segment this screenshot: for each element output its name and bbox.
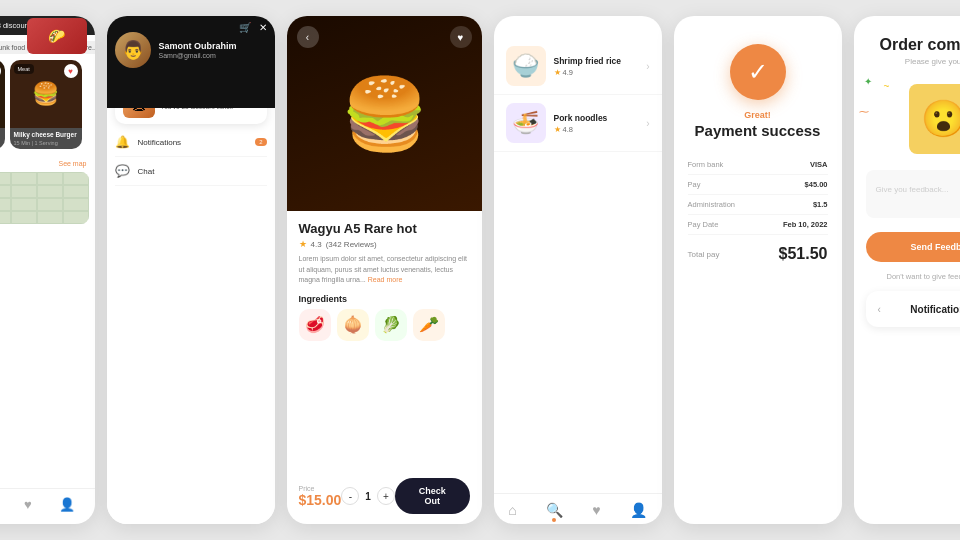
date-label: Pay Date: [688, 220, 719, 229]
payment-title: Payment success: [695, 122, 821, 139]
map-preview[interactable]: [0, 172, 89, 224]
nav-user-icon[interactable]: 👤: [59, 497, 75, 518]
feedback-placeholder: Give you feedback...: [876, 185, 949, 194]
star-icon: ★: [299, 239, 307, 249]
food-info: Wagyu A5 Rare hot ★ 4.3 (342 Reviews) Lo…: [287, 211, 482, 470]
banner-image: 🌮: [27, 18, 87, 54]
cart-icon[interactable]: 🛒: [239, 22, 251, 33]
price-value: $15.00: [299, 492, 342, 508]
user-name: Samont Oubrahim: [159, 41, 237, 51]
back-button[interactable]: ‹: [297, 26, 319, 48]
payment-details: Form bank VISA Pay $45.00 Administration…: [674, 155, 842, 235]
profile-banner: ✕ 🛒 👨 Samont Oubrahim Samn@gmail.com: [107, 16, 275, 108]
profile-panel: ✕ 🛒 👨 Samont Oubrahim Samn@gmail.com 🎟 Y…: [107, 16, 275, 524]
kebab-image: 🌯: [0, 60, 5, 128]
confetti-3: ⁓: [859, 106, 869, 117]
discount-banner: You've 23 discount ticket! 🌮: [0, 16, 95, 35]
pork-rating: 4.8: [563, 125, 573, 134]
nav-heart-icon[interactable]: ♥: [24, 497, 32, 518]
food-card-burger[interactable]: 🍔 Meat ♥ Milky cheese Burger 15 Min | 1 …: [10, 60, 82, 149]
bank-label: Form bank: [688, 160, 724, 169]
ingredients-title: Ingredients: [299, 294, 470, 304]
notif-back-icon[interactable]: ‹: [878, 304, 881, 315]
read-more-link[interactable]: Read more: [368, 276, 403, 283]
ingredient-meat: 🥩: [299, 309, 331, 341]
bell-icon: 🔔: [115, 135, 130, 149]
user-email: Samn@gmail.com: [159, 52, 237, 59]
pay-label: Pay: [688, 180, 701, 189]
price-label: Price: [299, 485, 342, 492]
admin-label: Administration: [688, 200, 736, 209]
nav2-search-icon[interactable]: 🔍: [546, 502, 563, 518]
checkout-button[interactable]: Check Out: [395, 478, 470, 514]
nav2-heart-icon[interactable]: ♥: [592, 502, 600, 518]
payment-top: ✓ Great! Payment success: [674, 16, 842, 155]
qty-decrease-button[interactable]: -: [341, 487, 359, 505]
kebab-info: Arabian beef Kebab 30 Min | 1 Serving: [0, 128, 5, 149]
pork-chevron-icon: ›: [646, 118, 649, 129]
qty-value: 1: [365, 491, 371, 502]
nav2-home-icon[interactable]: ⌂: [508, 502, 516, 518]
success-check-icon: ✓: [730, 44, 786, 100]
burger-tag: Meat: [14, 64, 34, 74]
price-row: Price $15.00 - 1 + Check Out: [287, 470, 482, 524]
order-person-area: ✦ ~ ⁓ 😮 ✦ ~ ⌇: [854, 76, 961, 162]
food-home-panel: You've 23 discount ticket! 🌮 Reccomend J…: [0, 16, 95, 524]
kebab-meta: 30 Min | 1 Serving: [0, 140, 1, 146]
ingredients-list: 🥩 🧅 🥬 🥕: [299, 309, 470, 341]
notifications-label: Notifications: [138, 138, 182, 147]
shrimp-name: Shrimp fried rice: [554, 56, 639, 66]
kebab-name: Arabian beef Kebab: [0, 131, 1, 139]
order-complete-panel: Order completed Please give your rate! ✦…: [854, 16, 961, 524]
menu-item-chat[interactable]: 💬 Chat: [115, 157, 267, 186]
date-row: Pay Date Feb 10, 2022: [688, 215, 828, 235]
notification-bar: ‹ Notification •••: [866, 291, 961, 327]
see-map-link[interactable]: See map: [58, 160, 86, 167]
list-item-shrimp[interactable]: 🍚 Shrimp fried rice ★ 4.9 ›: [494, 38, 662, 95]
bank-value: VISA: [810, 160, 828, 169]
nav2-user-icon[interactable]: 👤: [630, 502, 647, 518]
great-text: Great!: [744, 110, 771, 120]
qty-increase-button[interactable]: +: [377, 487, 395, 505]
admin-value: $1.5: [813, 200, 828, 209]
close-button[interactable]: ✕: [259, 22, 267, 33]
shrimp-star-icon: ★: [554, 68, 561, 77]
notification-badge: 2: [255, 138, 266, 146]
confetti-2: ~: [884, 81, 890, 92]
list-item-pork[interactable]: 🍜 Pork noodles ★ 4.8 ›: [494, 95, 662, 152]
bottom-navigation-2: ⌂ 🔍 ♥ 👤: [494, 493, 662, 524]
burger-favorite-button[interactable]: ♥: [64, 64, 78, 78]
chat-label: Chat: [138, 167, 155, 176]
total-row: Total pay $51.50: [674, 235, 842, 269]
menu-item-notifications[interactable]: 🔔 Notifications 2: [115, 128, 267, 157]
admin-row: Administration $1.5: [688, 195, 828, 215]
confetti-1: ✦: [864, 76, 872, 87]
favorite-button[interactable]: ♥: [450, 26, 472, 48]
notification-title: Notification: [910, 304, 960, 315]
ingredient-onion: 🧅: [337, 309, 369, 341]
food-title: Wagyu A5 Rare hot: [299, 221, 470, 236]
quantity-row: - 1 +: [341, 487, 395, 505]
menu-header: [494, 16, 662, 38]
burger-meta: 15 Min | 1 Serving: [14, 140, 78, 146]
food-hero-image: 🍔 ‹ ♥: [287, 16, 482, 211]
chat-icon: 💬: [115, 164, 130, 178]
food-description: Lorem ipsum dolor sit amet, consectetur …: [299, 254, 470, 286]
total-label: Total pay: [688, 250, 720, 259]
send-feedback-button[interactable]: Send Feedback: [866, 232, 961, 262]
price-info: Price $15.00: [299, 485, 342, 508]
date-value: Feb 10, 2022: [783, 220, 828, 229]
avatar-row: 👨 Samont Oubrahim Samn@gmail.com: [115, 32, 267, 68]
pork-star-icon: ★: [554, 125, 561, 134]
payment-success-panel: ✓ Great! Payment success Form bank VISA …: [674, 16, 842, 524]
bottom-navigation: ⌂ 💬 ♥ 👤: [0, 488, 95, 524]
bank-row: Form bank VISA: [688, 155, 828, 175]
pay-value: $45.00: [805, 180, 828, 189]
feedback-area[interactable]: Give you feedback...: [866, 170, 961, 218]
profile-top: ✕ 🛒 👨 Samont Oubrahim Samn@gmail.com 🎟 Y…: [107, 16, 275, 524]
pay-row: Pay $45.00: [688, 175, 828, 195]
food-detail-panel: 🍔 ‹ ♥ Wagyu A5 Rare hot ★ 4.3 (342 Revie…: [287, 16, 482, 524]
pork-rating-row: ★ 4.8: [554, 125, 639, 134]
ingredient-lettuce: 🥬: [375, 309, 407, 341]
food-card-kebab[interactable]: 🌯 Junk food ♥ Arabian beef Kebab 30 Min …: [0, 60, 5, 149]
